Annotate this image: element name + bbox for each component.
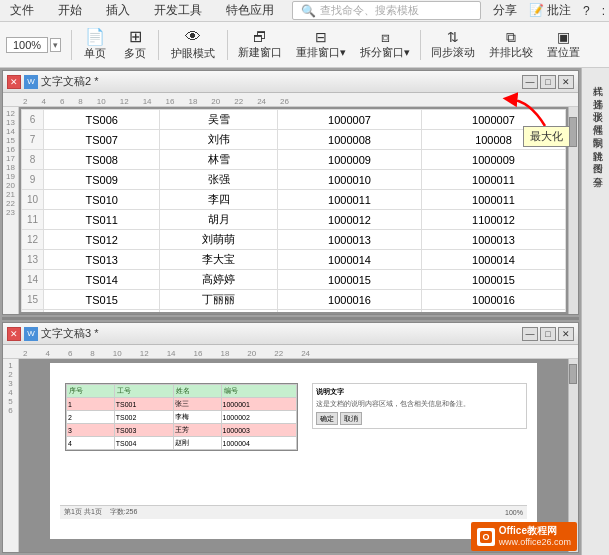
thumb-statusbar: 第1页 共1页 字数:256 100% [60,505,527,519]
ruler-vertical-top: 121314151617181920212223 [3,107,19,314]
set-position-btn[interactable]: ▣ 置位置 [543,28,584,62]
separator4 [420,30,421,60]
word-count: 字数:256 [110,507,138,517]
table-cell: TS007 [44,130,160,150]
win-maxclose-btn-bottom[interactable]: ✕ [558,327,574,341]
table-cell: 1100012 [421,210,565,230]
page-bottom: 序号 工号 姓名 编号 1 [50,363,537,539]
protect-mode-btn[interactable]: 👁 护眼模式 [165,27,221,63]
table-cell: 1000016 [277,290,421,310]
table-row: 10TS010李四10000111000011 [22,190,566,210]
office-logo-svg: O [479,530,493,544]
table-cell: 13 [22,250,44,270]
table-cell: TS010 [44,190,160,210]
sidebar-item-select[interactable]: 选择 [584,85,608,97]
table-cell: 1000011 [421,190,565,210]
win-ctrl-btns-bottom: — □ ✕ [522,327,574,341]
sidebar-item-shape[interactable]: 形状 [584,98,608,110]
table-row: 9TS009张强10000101000011 [22,170,566,190]
table-cell: 1000013 [277,230,421,250]
table-cell: 1000012 [277,210,421,230]
compare-btn[interactable]: ⧉ 并排比较 [485,28,537,62]
menu-file[interactable]: 文件 [4,0,40,21]
table-row: 1 TS001 张三 1000001 [67,398,297,411]
more-btn[interactable]: : [602,4,605,18]
table-cell: TS013 [44,250,160,270]
window-separator [2,317,579,320]
sidebar-item-share[interactable]: 分享 [584,163,608,175]
sidebar-item-limit[interactable]: 限制 [584,124,608,136]
win-close-btn[interactable]: ✕ [7,75,21,89]
table-cell: 高婷婷 [160,270,278,290]
right-sidebar: 样式 选择 形状 属性 限制 跳转 传图 分享 [581,68,609,555]
new-window-btn[interactable]: 🗗 新建窗口 [234,28,286,62]
table-cell: 1000014 [421,250,565,270]
share-btn[interactable]: 分享 [493,2,517,19]
table-cell: 胡月 [160,210,278,230]
zoom-dropdown[interactable]: ▾ [50,38,61,52]
compare-icon: ⧉ [506,30,516,44]
win-restore-btn[interactable]: □ [540,75,556,89]
table-row: 3 TS003 王芳 1000003 [67,424,297,437]
office-icon: O [477,528,495,546]
sidebar-item-props[interactable]: 属性 [584,111,608,123]
doc-window-bottom: ✕ W 文字文稿3 * — □ ✕ 2 4 6 8 10 12 14 16 18 [2,322,579,553]
split-icon: ⧈ [381,30,390,44]
thumbnail-content: 序号 工号 姓名 编号 1 [60,378,527,519]
table-cell: 1000008 [277,130,421,150]
doc-title-top: 文字文稿2 * [41,74,519,89]
zoom-percent[interactable]: 100% [6,37,48,53]
table-cell: 丁丽丽 [160,290,278,310]
win-close-btn-bottom[interactable]: ✕ [7,327,21,341]
split-btn[interactable]: ⧈ 拆分窗口▾ [356,28,414,62]
table-row: 2 TS002 李梅 1000002 [67,411,297,424]
search-icon: 🔍 [301,4,316,18]
comment-btn[interactable]: 📝 批注 [529,2,571,19]
doc-icon-top: W [24,75,38,89]
table-cell: 12 [22,230,44,250]
view-multi-btn[interactable]: ⊞ 多页 [118,27,152,63]
table-cell: TS012 [44,230,160,250]
win-maximize-btn[interactable]: ✕ [558,75,574,89]
menu-home[interactable]: 开始 [52,0,88,21]
scrollbar-thumb-top[interactable] [569,117,577,147]
zoom-control[interactable]: 100% ▾ [6,37,61,53]
sidebar-item-style[interactable]: 样式 [584,72,608,84]
table-cell: 吴雪 [160,110,278,130]
table-row: 4 TS004 赵刚 1000004 [67,437,297,450]
table-cell: 1000016 [421,290,565,310]
view-separator [71,30,72,60]
sidebar-item-upload[interactable]: 传图 [584,150,608,162]
table-row: 8TS008林雪10000091000009 [22,150,566,170]
scrollbar-thumb-bottom[interactable] [569,364,577,384]
table-row: 11TS011胡月10000121100012 [22,210,566,230]
sidebar-item-jump[interactable]: 跳转 [584,137,608,149]
view-single-btn[interactable]: 📄 单页 [78,27,112,63]
win-restore-btn-bottom[interactable]: □ [540,327,556,341]
menu-devtools[interactable]: 开发工具 [148,0,208,21]
toolbar: 100% ▾ 📄 单页 ⊞ 多页 👁 护眼模式 🗗 新建窗口 ⊟ 重排窗口▾ ⧈… [0,22,609,68]
page-info: 第1页 共1页 [64,507,102,517]
position-icon: ▣ [557,30,570,44]
help-btn[interactable]: ? [583,4,590,18]
brand-watermark: O Office教程网 www.office26.com [471,522,577,551]
win-ctrl-btns: — □ ✕ [522,75,574,89]
table-row: 13TS013李大宝10000141000014 [22,250,566,270]
thumb-btn2[interactable]: 取消 [340,412,362,426]
table-row: 15TS015丁丽丽10000161000016 [22,290,566,310]
menu-insert[interactable]: 插入 [100,0,136,21]
table-cell: 14 [22,270,44,290]
win-minimize-btn-bottom[interactable]: — [522,327,538,341]
search-placeholder[interactable]: 查找命令、搜索模板 [320,3,419,18]
thumb-btn1[interactable]: 确定 [316,412,338,426]
titlebar-top: ✕ W 文字文稿2 * — □ ✕ [3,71,578,93]
table-cell: TS015 [44,290,160,310]
zoom-info: 100% [505,509,523,516]
sync-scroll-btn[interactable]: ⇅ 同步滚动 [427,28,479,62]
menu-special[interactable]: 特色应用 [220,0,280,21]
maximize-tooltip: 最大化 [523,126,570,147]
separator2 [158,30,159,60]
win-minimize-btn[interactable]: — [522,75,538,89]
protect-icon: 👁 [185,29,201,45]
reframe-btn[interactable]: ⊟ 重排窗口▾ [292,28,350,62]
